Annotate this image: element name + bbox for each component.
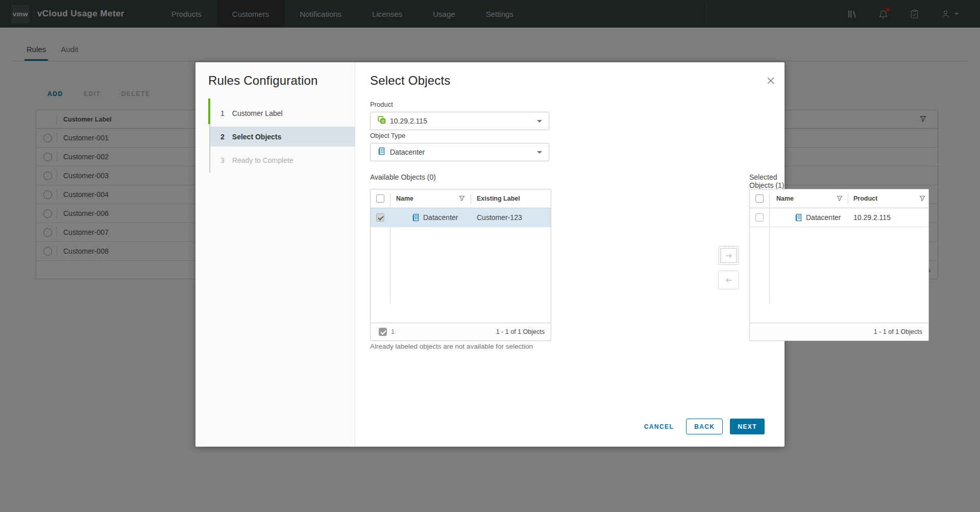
footer-selection-checkbox [379, 328, 387, 336]
screen: vmw vCloud Usage Meter Products Customer… [0, 0, 980, 512]
select-objects-panel: Select Objects Product 10.29.2.115 Objec [355, 62, 785, 447]
object-name: Datacenter [423, 213, 458, 222]
selected-pagination: 1 - 1 of 1 Objects [874, 328, 922, 335]
modal-title: Rules Configuration [208, 74, 318, 88]
available-objects-table: Name Existing Label [370, 189, 551, 341]
close-icon[interactable] [767, 77, 775, 85]
product-value: 10.29.2.115 [853, 213, 891, 222]
column-header-product: Product [853, 195, 877, 202]
selected-table-header: Name Product [750, 189, 928, 208]
panel-title: Select Objects [370, 74, 451, 88]
product-select[interactable]: 10.29.2.115 [370, 112, 549, 130]
cancel-button[interactable]: CANCEL [639, 419, 679, 434]
column-header-existing-label: Existing Label [477, 195, 520, 202]
filter-funnel-icon[interactable] [919, 196, 925, 202]
available-table-footer: 1 1 - 1 of 1 Objects [371, 323, 551, 340]
select-all-checkbox[interactable] [376, 194, 384, 203]
product-icon [378, 116, 386, 126]
next-button[interactable]: NEXT [730, 419, 765, 434]
datacenter-icon [795, 213, 803, 224]
selected-objects-table: Name Product [749, 189, 929, 341]
selected-objects-heading: Selected Objects (1) [749, 173, 785, 189]
column-header-name: Name [396, 195, 413, 202]
filter-funnel-icon[interactable] [459, 196, 465, 202]
already-labeled-note: Already labeled objects are not availabl… [370, 343, 533, 350]
column-header-name: Name [776, 195, 794, 202]
datacenter-icon [412, 213, 420, 224]
filter-funnel-icon[interactable] [837, 196, 843, 202]
select-all-checkbox[interactable] [755, 194, 764, 203]
existing-label-value: Customer-123 [477, 213, 522, 222]
step-number: 1 [220, 109, 225, 117]
wizard-sidebar: Rules Configuration 1 Customer Label 2 S… [195, 62, 355, 447]
step-label: Select Objects [232, 133, 282, 141]
row-checkbox[interactable] [755, 213, 764, 222]
rules-configuration-modal: Rules Configuration 1 Customer Label 2 S… [195, 62, 785, 447]
step-label: Ready to Complete [232, 156, 293, 164]
dropdown-caret-icon [537, 151, 542, 154]
datacenter-icon [378, 147, 386, 157]
object-type-value: Datacenter [390, 148, 425, 156]
wizard-step-ready-to-complete: 3 Ready to Complete [210, 150, 355, 170]
object-type-label: Object Type [370, 132, 405, 139]
step-label: Customer Label [232, 109, 283, 117]
back-button[interactable]: BACK [686, 419, 723, 434]
dropdown-caret-icon [537, 120, 542, 123]
wizard-step-select-objects[interactable]: 2 Select Objects [210, 127, 355, 147]
selection-count: 1 [391, 328, 395, 335]
modal-actions: CANCEL BACK NEXT [639, 419, 765, 434]
step-number: 3 [220, 156, 225, 164]
product-label: Product [370, 101, 393, 108]
wizard-step-customer-label[interactable]: 1 Customer Label [210, 103, 355, 123]
step-number: 2 [220, 133, 225, 141]
product-value: 10.29.2.115 [390, 117, 427, 125]
available-table-header: Name Existing Label [371, 189, 551, 208]
move-right-button[interactable] [718, 246, 739, 265]
row-checkbox-checked [376, 213, 384, 222]
available-pagination: 1 - 1 of 1 Objects [496, 328, 545, 335]
object-type-select[interactable]: Datacenter [370, 143, 549, 161]
selected-object-row[interactable]: Datacenter 10.29.2.115 [750, 208, 928, 227]
object-name: Datacenter [806, 213, 841, 222]
move-left-button[interactable] [718, 271, 739, 289]
available-object-row[interactable]: Datacenter Customer-123 [371, 208, 551, 227]
available-objects-heading: Available Objects (0) [370, 173, 436, 181]
selected-table-footer: 1 - 1 of 1 Objects [750, 323, 928, 340]
